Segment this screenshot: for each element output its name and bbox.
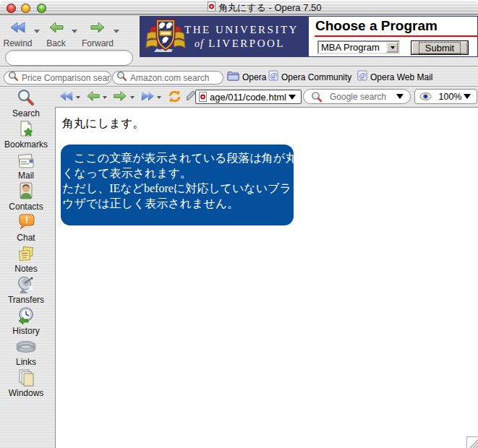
- rewind-nav-dropdown[interactable]: [76, 96, 80, 99]
- links-panel-icon: [0, 337, 52, 356]
- transfers-panel-icon: [0, 275, 52, 293]
- panel-selector: Search Bookmarks: [0, 87, 55, 448]
- back-label: Back: [40, 38, 72, 48]
- back-nav-dropdown[interactable]: [103, 96, 107, 99]
- amazon-search-field[interactable]: Amazon.com search: [112, 71, 223, 85]
- page-icon: [199, 92, 207, 102]
- banner-university[interactable]: THE UNIVERSITY of LIVERPOOL: [140, 16, 308, 57]
- at-page-icon: @: [268, 70, 278, 84]
- close-button[interactable]: [7, 4, 16, 13]
- price-comparison-search-field[interactable]: Price Comparison sear: [4, 71, 111, 85]
- back-nav-icon[interactable]: [86, 90, 101, 105]
- svg-text:!: !: [25, 215, 28, 225]
- mail-panel-icon: [0, 151, 52, 169]
- chat-panel-icon: !: [0, 213, 52, 231]
- program-select[interactable]: MBA Program: [317, 40, 400, 54]
- google-search-field[interactable]: Google search: [303, 89, 411, 104]
- contacts-panel-icon: [0, 182, 52, 200]
- zoom-control[interactable]: 100%: [414, 89, 477, 104]
- eye-icon: [419, 92, 432, 101]
- minimize-button[interactable]: [21, 4, 30, 13]
- forward-dropdown-arrow[interactable]: [114, 30, 119, 33]
- rounded-paragraph: ここの文章が表示されている段落は角が丸 くなって表示されます。 ただし、IEなど…: [61, 145, 294, 225]
- windows-panel-icon: [0, 369, 52, 387]
- document-icon: [208, 1, 215, 14]
- history-panel-icon: [0, 306, 52, 324]
- forward-nav-dropdown[interactable]: [130, 96, 135, 99]
- banner-university-line2: of LIVERPOOL: [184, 38, 299, 50]
- search-icon: [8, 71, 19, 85]
- back-icon: [48, 24, 64, 36]
- banner-rule: [315, 35, 478, 37]
- svg-text:@: @: [359, 72, 365, 79]
- banner-university-line1: THE UNIVERSITY: [184, 24, 299, 36]
- banner-headline: Choose a Program: [315, 18, 438, 34]
- back-button[interactable]: Back: [40, 21, 72, 48]
- sidebar-item-mail[interactable]: Mail: [0, 151, 52, 181]
- page-heading: 角丸にします。: [62, 116, 145, 131]
- forward-icon: [90, 24, 106, 36]
- opera-community-button[interactable]: @ Opera Community: [268, 69, 351, 85]
- back-dropdown-arrow[interactable]: [72, 30, 77, 33]
- sidebar-item-chat[interactable]: ! Chat: [0, 213, 52, 243]
- window-title: 角丸にする - Opera 7.50: [218, 1, 322, 14]
- sidebar-item-links[interactable]: Links: [0, 337, 52, 367]
- notes-panel-icon: [0, 244, 52, 262]
- svg-text:@: @: [270, 72, 276, 79]
- rewind-label: Rewind: [1, 38, 34, 48]
- select-dropdown-button[interactable]: [386, 42, 398, 53]
- zoom-value: 100%: [437, 92, 464, 102]
- submit-button[interactable]: Submit: [411, 40, 469, 55]
- university-crest: [145, 17, 186, 59]
- forward-button[interactable]: Forward: [80, 21, 115, 48]
- navigation-bar: age/011/code.html Google search 100: [55, 87, 478, 107]
- sidebar-item-transfers[interactable]: Transfers: [0, 275, 52, 305]
- bookmarks-panel-icon: [0, 120, 52, 138]
- opera-web-mail-button[interactable]: @ Opera Web Mail: [357, 69, 432, 85]
- resize-grip[interactable]: [466, 436, 478, 448]
- fast-forward-nav-dropdown[interactable]: [157, 96, 161, 99]
- reload-icon[interactable]: [167, 90, 182, 106]
- at-page-icon: @: [357, 70, 367, 84]
- fast-forward-nav-icon[interactable]: [140, 90, 155, 105]
- google-search-dropdown-arrow[interactable]: [396, 94, 404, 99]
- zoom-button[interactable]: [37, 4, 46, 13]
- rewind-icon: [9, 24, 27, 36]
- sidebar-item-notes[interactable]: Notes: [0, 244, 52, 274]
- address-field[interactable]: age/011/code.html: [195, 90, 302, 104]
- banner-ad[interactable]: THE UNIVERSITY of LIVERPOOL Choose a Pro…: [140, 16, 478, 57]
- rewind-dropdown-arrow[interactable]: [34, 30, 40, 33]
- forward-label: Forward: [80, 38, 115, 48]
- sidebar-item-history[interactable]: History: [0, 306, 52, 336]
- personal-bar: Price Comparison sear Amazon.com search …: [0, 66, 478, 87]
- address-dropdown-arrow[interactable]: [289, 95, 296, 100]
- sidebar-item-bookmarks[interactable]: Bookmarks: [0, 120, 52, 150]
- sidebar-item-contacts[interactable]: Contacts: [0, 182, 52, 212]
- search-panel-icon: [0, 89, 52, 107]
- rewind-nav-icon[interactable]: [59, 90, 74, 105]
- title-bar: 角丸にする - Opera 7.50: [0, 0, 478, 15]
- browser-window: 角丸にする - Opera 7.50 Rewind: [0, 0, 478, 448]
- toolbar-address-field[interactable]: [5, 50, 133, 66]
- sidebar-item-search[interactable]: Search: [0, 89, 52, 119]
- page-content: 角丸にします。 ここの文章が表示されている段落は角が丸 くなって表示されます。 …: [55, 107, 478, 448]
- sidebar-item-windows[interactable]: Windows: [0, 369, 52, 398]
- forward-nav-icon[interactable]: [113, 90, 127, 105]
- search-icon: [311, 91, 323, 103]
- main-toolbar: Rewind Back Forward: [0, 15, 478, 66]
- folder-icon: [227, 71, 239, 84]
- rewind-button[interactable]: Rewind: [1, 21, 34, 48]
- zoom-dropdown-arrow[interactable]: [464, 94, 471, 99]
- opera-button[interactable]: Opera: [227, 69, 266, 85]
- banner-form: Choose a Program MBA Program Submit: [308, 16, 478, 57]
- search-icon: [116, 71, 127, 85]
